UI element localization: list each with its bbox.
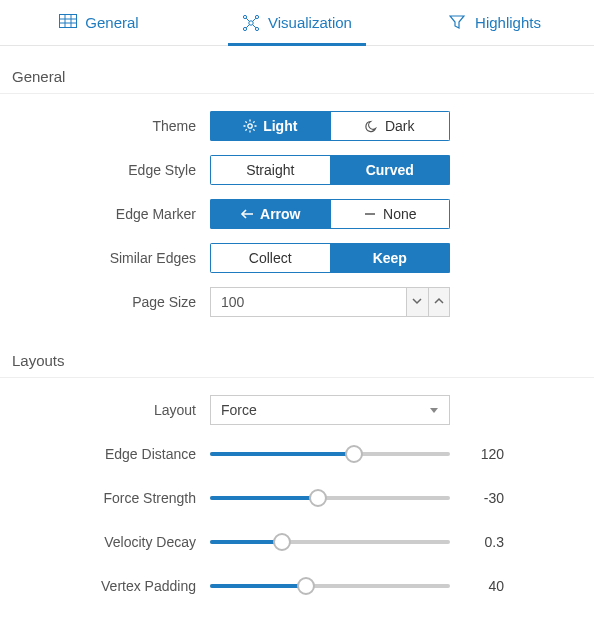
edge-marker-row: Edge Marker Arrow None [10,192,584,236]
svg-line-10 [246,18,249,21]
force-strength-value: -30 [474,490,524,506]
tab-highlights[interactable]: Highlights [396,0,594,45]
slider-thumb[interactable] [309,489,327,507]
svg-point-15 [248,124,252,128]
tab-general[interactable]: General [0,0,198,45]
edge-marker-label: Edge Marker [10,206,210,222]
edge-style-curved-label: Curved [366,162,414,178]
velocity-decay-slider[interactable] [210,532,450,552]
vertex-padding-row: Vertex Padding 40 [10,564,584,608]
svg-rect-0 [60,14,77,27]
chevron-up-icon [433,294,445,310]
force-strength-slider[interactable] [210,488,450,508]
similar-edges-keep-button[interactable]: Keep [331,243,451,273]
similar-edges-label: Similar Edges [10,250,210,266]
tab-general-label: General [85,14,138,31]
tab-highlights-label: Highlights [475,14,541,31]
filter-icon [449,14,467,32]
layout-select[interactable]: Force [210,395,450,425]
similar-edges-keep-label: Keep [373,250,407,266]
velocity-decay-row: Velocity Decay 0.3 [10,520,584,564]
sun-icon [243,119,257,133]
edge-marker-none-label: None [383,206,416,222]
page-size-down-button[interactable] [406,288,428,316]
svg-marker-14 [450,16,464,28]
minus-icon [363,207,377,221]
svg-point-5 [249,20,253,24]
edge-style-row: Edge Style Straight Curved [10,148,584,192]
edge-distance-label: Edge Distance [10,446,210,462]
tab-visualization[interactable]: Visualization [198,0,396,45]
edge-marker-arrow-label: Arrow [260,206,300,222]
svg-point-8 [243,27,246,30]
similar-edges-row: Similar Edges Collect Keep [10,236,584,280]
page-size-input[interactable] [211,288,406,316]
theme-dark-label: Dark [385,118,415,134]
edge-marker-none-button[interactable]: None [331,199,451,229]
theme-label: Theme [10,118,210,134]
svg-line-11 [253,18,256,21]
theme-light-button[interactable]: Light [210,111,331,141]
page-size-row: Page Size [10,280,584,324]
general-form: Theme Light Dark Edge Style [0,94,594,330]
svg-marker-26 [430,408,438,413]
svg-line-13 [253,24,256,27]
svg-line-22 [246,129,247,130]
chevron-down-icon [411,294,423,310]
layout-row: Layout Force [10,388,584,432]
edge-style-straight-label: Straight [246,162,294,178]
caret-down-icon [429,402,439,418]
velocity-decay-label: Velocity Decay [10,534,210,550]
page-size-up-button[interactable] [428,288,450,316]
section-header-general: General [0,46,594,94]
edge-distance-row: Edge Distance 120 [10,432,584,476]
edge-style-straight-button[interactable]: Straight [210,155,331,185]
edge-marker-arrow-button[interactable]: Arrow [210,199,331,229]
velocity-decay-value: 0.3 [474,534,524,550]
page-size-spinner [210,287,450,317]
slider-thumb[interactable] [273,533,291,551]
svg-point-9 [255,27,258,30]
edge-style-curved-button[interactable]: Curved [331,155,451,185]
arrow-left-icon [240,207,254,221]
svg-line-20 [246,121,247,122]
page-size-label: Page Size [10,294,210,310]
edge-distance-value: 120 [474,446,524,462]
svg-point-6 [243,15,246,18]
vertex-padding-label: Vertex Padding [10,578,210,594]
slider-thumb[interactable] [345,445,363,463]
similar-edges-collect-button[interactable]: Collect [210,243,331,273]
vertex-padding-slider[interactable] [210,576,450,596]
similar-edges-collect-label: Collect [249,250,292,266]
edge-marker-segmented: Arrow None [210,199,450,229]
tab-bar: General Visualization Highlights [0,0,594,46]
theme-row: Theme Light Dark [10,104,584,148]
vertex-padding-value: 40 [474,578,524,594]
layouts-form: Layout Force Edge Distance 120 Force Str… [0,378,594,614]
table-icon [59,14,77,32]
similar-edges-segmented: Collect Keep [210,243,450,273]
theme-segmented: Light Dark [210,111,450,141]
svg-line-12 [246,24,249,27]
theme-dark-button[interactable]: Dark [331,111,451,141]
layout-label: Layout [10,402,210,418]
edge-style-label: Edge Style [10,162,210,178]
edge-distance-slider[interactable] [210,444,450,464]
section-header-layouts: Layouts [0,330,594,378]
force-strength-label: Force Strength [10,490,210,506]
theme-light-label: Light [263,118,297,134]
slider-thumb[interactable] [297,577,315,595]
svg-point-7 [255,15,258,18]
moon-icon [365,119,379,133]
force-strength-row: Force Strength -30 [10,476,584,520]
svg-line-23 [253,121,254,122]
edge-style-segmented: Straight Curved [210,155,450,185]
tab-visualization-label: Visualization [268,14,352,31]
graph-icon [242,14,260,32]
svg-line-21 [253,129,254,130]
layout-select-value: Force [221,402,257,418]
